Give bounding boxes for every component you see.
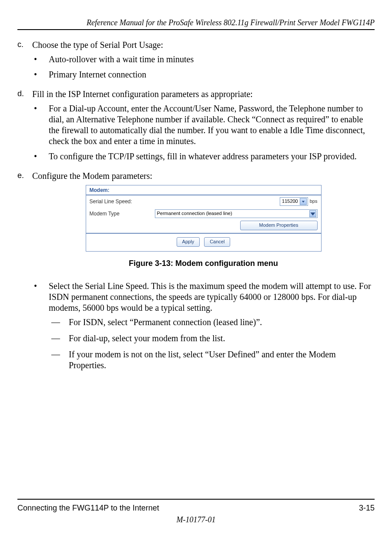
apply-cancel-row: Apply Cancel	[86, 234, 321, 251]
list-item-c: c. Choose the type of Serial Port Usage:…	[17, 40, 375, 84]
bullet-icon: •	[32, 54, 49, 65]
serial-line-speed-row: Serial Line Speed: 115200 bps	[86, 195, 321, 208]
bullet-item: • Primary Internet connection	[32, 69, 375, 80]
serial-line-speed-label: Serial Line Speed:	[90, 198, 155, 205]
chevron-down-icon	[300, 198, 307, 205]
svg-marker-0	[302, 201, 305, 202]
serial-line-speed-select[interactable]: 115200	[280, 197, 308, 206]
apply-button[interactable]: Apply	[177, 237, 200, 247]
modem-panel: Modem: Serial Line Speed: 115200 bps	[86, 185, 322, 252]
modem-properties-row: Modem Properties	[86, 220, 321, 234]
list-marker: d.	[17, 89, 32, 166]
bullet-text: For a Dial-up Account, enter the Account…	[49, 103, 375, 147]
dash-icon: —	[49, 333, 69, 344]
modem-properties-button[interactable]: Modem Properties	[240, 221, 318, 230]
footer-rule	[17, 499, 375, 500]
figure-caption: Figure 3-13: Modem configuration menu	[32, 259, 375, 269]
dash-icon: —	[49, 349, 69, 371]
bullet-item: • For a Dial-up Account, enter the Accou…	[32, 103, 375, 147]
list-item-d: d. Fill in the ISP Internet configuratio…	[17, 89, 375, 166]
bullet-item: • Select the Serial Line Speed. This is …	[32, 281, 375, 376]
dash-item: — For ISDN, select “Permanent connection…	[49, 317, 375, 328]
bullet-icon: •	[32, 151, 49, 162]
footer-page-number: 3-15	[359, 504, 375, 513]
modem-section-title: Modem:	[86, 185, 321, 195]
dash-icon: —	[49, 317, 69, 328]
bullet-text: Select the Serial Line Speed. This is th…	[49, 281, 371, 313]
dash-text: For dial-up, select your modem from the …	[69, 333, 375, 344]
bullet-icon: •	[32, 103, 49, 147]
modem-type-row: Modem Type Permanent connection (leased …	[86, 208, 321, 220]
dash-text: If your modem is not on the list, select…	[69, 349, 375, 371]
bullet-text: Auto-rollover with a wait time in minute…	[49, 54, 375, 65]
bullet-item: • To configure the TCP/IP settings, fill…	[32, 151, 375, 162]
dash-item: — If your modem is not on the list, sele…	[49, 349, 375, 371]
bullet-text: Primary Internet connection	[49, 69, 375, 80]
list-item-text: Configure the Modem parameters:	[32, 171, 152, 181]
bps-label: bps	[310, 198, 318, 205]
modem-type-label: Modem Type	[90, 211, 155, 217]
bullet-icon: •	[32, 281, 49, 376]
dash-text: For ISDN, select “Permanent connection (…	[69, 317, 375, 328]
running-header: Reference Manual for the ProSafe Wireles…	[17, 18, 375, 27]
serial-line-speed-value: 115200	[282, 198, 298, 205]
bullet-icon: •	[32, 69, 49, 80]
chevron-down-icon	[309, 210, 316, 217]
svg-marker-1	[310, 212, 315, 215]
list-marker: e.	[17, 171, 32, 380]
list-item-e: e. Configure the Modem parameters: Modem…	[17, 171, 375, 380]
list-item-text: Fill in the ISP Internet configuration p…	[32, 89, 253, 99]
modem-type-value: Permanent connection (leased line)	[157, 211, 232, 217]
modem-type-select[interactable]: Permanent connection (leased line)	[155, 209, 318, 218]
dash-item: — For dial-up, select your modem from th…	[49, 333, 375, 344]
header-rule	[17, 29, 375, 30]
bullet-item: • Auto-rollover with a wait time in minu…	[32, 54, 375, 65]
cancel-button[interactable]: Cancel	[204, 237, 230, 247]
list-marker: c.	[17, 40, 32, 84]
footer-left: Connecting the FWG114P to the Internet	[17, 504, 159, 513]
footer-doc-id: M-10177-01	[0, 515, 392, 524]
list-item-text: Choose the type of Serial Port Usage:	[32, 40, 163, 50]
bullet-text: To configure the TCP/IP settings, fill i…	[49, 151, 375, 162]
